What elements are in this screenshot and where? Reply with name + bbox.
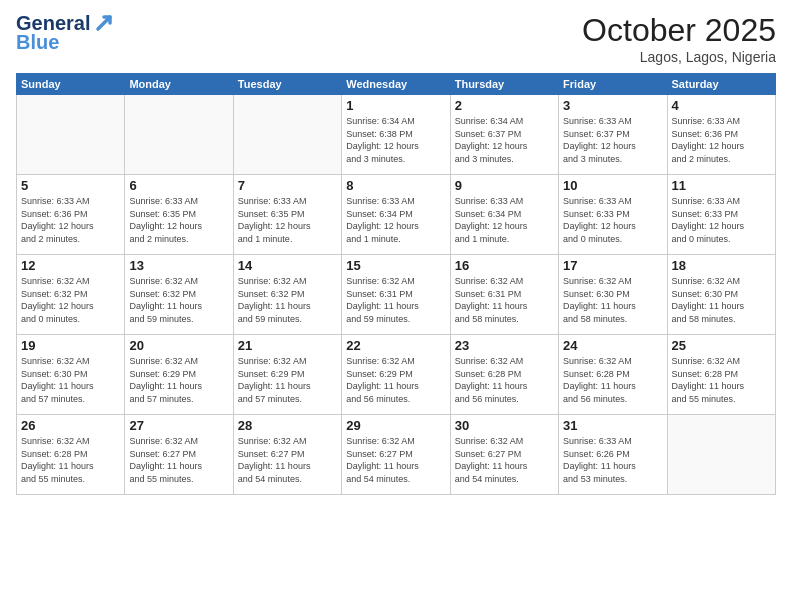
location-subtitle: Lagos, Lagos, Nigeria bbox=[582, 49, 776, 65]
calendar-cell: 25Sunrise: 6:32 AMSunset: 6:28 PMDayligh… bbox=[667, 335, 775, 415]
calendar-cell: 26Sunrise: 6:32 AMSunset: 6:28 PMDayligh… bbox=[17, 415, 125, 495]
calendar-cell: 20Sunrise: 6:32 AMSunset: 6:29 PMDayligh… bbox=[125, 335, 233, 415]
col-friday: Friday bbox=[559, 74, 667, 95]
calendar-cell: 24Sunrise: 6:32 AMSunset: 6:28 PMDayligh… bbox=[559, 335, 667, 415]
day-number: 17 bbox=[563, 258, 662, 273]
day-info: Sunrise: 6:32 AMSunset: 6:28 PMDaylight:… bbox=[21, 435, 120, 485]
calendar-cell: 17Sunrise: 6:32 AMSunset: 6:30 PMDayligh… bbox=[559, 255, 667, 335]
day-number: 28 bbox=[238, 418, 337, 433]
header: General Blue October 2025 Lagos, Lagos, … bbox=[16, 12, 776, 65]
col-monday: Monday bbox=[125, 74, 233, 95]
day-info: Sunrise: 6:32 AMSunset: 6:31 PMDaylight:… bbox=[346, 275, 445, 325]
day-number: 5 bbox=[21, 178, 120, 193]
day-info: Sunrise: 6:33 AMSunset: 6:34 PMDaylight:… bbox=[346, 195, 445, 245]
day-number: 13 bbox=[129, 258, 228, 273]
calendar-cell bbox=[125, 95, 233, 175]
day-info: Sunrise: 6:34 AMSunset: 6:38 PMDaylight:… bbox=[346, 115, 445, 165]
day-info: Sunrise: 6:32 AMSunset: 6:27 PMDaylight:… bbox=[129, 435, 228, 485]
calendar-week-3: 12Sunrise: 6:32 AMSunset: 6:32 PMDayligh… bbox=[17, 255, 776, 335]
calendar-cell bbox=[667, 415, 775, 495]
calendar-cell bbox=[17, 95, 125, 175]
calendar-cell: 16Sunrise: 6:32 AMSunset: 6:31 PMDayligh… bbox=[450, 255, 558, 335]
calendar-cell: 6Sunrise: 6:33 AMSunset: 6:35 PMDaylight… bbox=[125, 175, 233, 255]
day-info: Sunrise: 6:32 AMSunset: 6:27 PMDaylight:… bbox=[346, 435, 445, 485]
calendar-cell: 27Sunrise: 6:32 AMSunset: 6:27 PMDayligh… bbox=[125, 415, 233, 495]
calendar-cell: 22Sunrise: 6:32 AMSunset: 6:29 PMDayligh… bbox=[342, 335, 450, 415]
day-info: Sunrise: 6:33 AMSunset: 6:36 PMDaylight:… bbox=[672, 115, 771, 165]
day-number: 29 bbox=[346, 418, 445, 433]
day-info: Sunrise: 6:33 AMSunset: 6:37 PMDaylight:… bbox=[563, 115, 662, 165]
logo-icon bbox=[92, 11, 114, 33]
col-wednesday: Wednesday bbox=[342, 74, 450, 95]
calendar-cell: 5Sunrise: 6:33 AMSunset: 6:36 PMDaylight… bbox=[17, 175, 125, 255]
calendar-cell: 11Sunrise: 6:33 AMSunset: 6:33 PMDayligh… bbox=[667, 175, 775, 255]
calendar-table: Sunday Monday Tuesday Wednesday Thursday… bbox=[16, 73, 776, 495]
day-info: Sunrise: 6:32 AMSunset: 6:27 PMDaylight:… bbox=[455, 435, 554, 485]
day-info: Sunrise: 6:32 AMSunset: 6:28 PMDaylight:… bbox=[455, 355, 554, 405]
calendar-cell: 7Sunrise: 6:33 AMSunset: 6:35 PMDaylight… bbox=[233, 175, 341, 255]
day-number: 7 bbox=[238, 178, 337, 193]
day-info: Sunrise: 6:33 AMSunset: 6:33 PMDaylight:… bbox=[563, 195, 662, 245]
day-number: 3 bbox=[563, 98, 662, 113]
calendar-cell: 18Sunrise: 6:32 AMSunset: 6:30 PMDayligh… bbox=[667, 255, 775, 335]
calendar-cell bbox=[233, 95, 341, 175]
day-info: Sunrise: 6:32 AMSunset: 6:32 PMDaylight:… bbox=[129, 275, 228, 325]
col-sunday: Sunday bbox=[17, 74, 125, 95]
logo: General Blue bbox=[16, 12, 114, 54]
calendar-cell: 14Sunrise: 6:32 AMSunset: 6:32 PMDayligh… bbox=[233, 255, 341, 335]
day-number: 15 bbox=[346, 258, 445, 273]
day-info: Sunrise: 6:32 AMSunset: 6:28 PMDaylight:… bbox=[563, 355, 662, 405]
col-thursday: Thursday bbox=[450, 74, 558, 95]
day-info: Sunrise: 6:32 AMSunset: 6:30 PMDaylight:… bbox=[21, 355, 120, 405]
calendar-week-4: 19Sunrise: 6:32 AMSunset: 6:30 PMDayligh… bbox=[17, 335, 776, 415]
calendar-cell: 31Sunrise: 6:33 AMSunset: 6:26 PMDayligh… bbox=[559, 415, 667, 495]
day-info: Sunrise: 6:32 AMSunset: 6:29 PMDaylight:… bbox=[346, 355, 445, 405]
day-number: 25 bbox=[672, 338, 771, 353]
day-number: 30 bbox=[455, 418, 554, 433]
day-number: 24 bbox=[563, 338, 662, 353]
day-number: 23 bbox=[455, 338, 554, 353]
calendar-cell: 3Sunrise: 6:33 AMSunset: 6:37 PMDaylight… bbox=[559, 95, 667, 175]
day-info: Sunrise: 6:32 AMSunset: 6:30 PMDaylight:… bbox=[672, 275, 771, 325]
day-number: 19 bbox=[21, 338, 120, 353]
day-info: Sunrise: 6:33 AMSunset: 6:26 PMDaylight:… bbox=[563, 435, 662, 485]
day-number: 10 bbox=[563, 178, 662, 193]
day-number: 1 bbox=[346, 98, 445, 113]
day-number: 20 bbox=[129, 338, 228, 353]
calendar-header-row: Sunday Monday Tuesday Wednesday Thursday… bbox=[17, 74, 776, 95]
day-number: 4 bbox=[672, 98, 771, 113]
day-info: Sunrise: 6:34 AMSunset: 6:37 PMDaylight:… bbox=[455, 115, 554, 165]
day-info: Sunrise: 6:32 AMSunset: 6:32 PMDaylight:… bbox=[21, 275, 120, 325]
day-info: Sunrise: 6:33 AMSunset: 6:33 PMDaylight:… bbox=[672, 195, 771, 245]
day-info: Sunrise: 6:33 AMSunset: 6:35 PMDaylight:… bbox=[238, 195, 337, 245]
day-number: 27 bbox=[129, 418, 228, 433]
day-number: 18 bbox=[672, 258, 771, 273]
calendar-cell: 21Sunrise: 6:32 AMSunset: 6:29 PMDayligh… bbox=[233, 335, 341, 415]
title-block: October 2025 Lagos, Lagos, Nigeria bbox=[582, 12, 776, 65]
calendar-cell: 13Sunrise: 6:32 AMSunset: 6:32 PMDayligh… bbox=[125, 255, 233, 335]
day-info: Sunrise: 6:32 AMSunset: 6:30 PMDaylight:… bbox=[563, 275, 662, 325]
calendar-week-1: 1Sunrise: 6:34 AMSunset: 6:38 PMDaylight… bbox=[17, 95, 776, 175]
calendar-week-2: 5Sunrise: 6:33 AMSunset: 6:36 PMDaylight… bbox=[17, 175, 776, 255]
calendar-cell: 15Sunrise: 6:32 AMSunset: 6:31 PMDayligh… bbox=[342, 255, 450, 335]
calendar-cell: 8Sunrise: 6:33 AMSunset: 6:34 PMDaylight… bbox=[342, 175, 450, 255]
day-number: 8 bbox=[346, 178, 445, 193]
day-info: Sunrise: 6:33 AMSunset: 6:34 PMDaylight:… bbox=[455, 195, 554, 245]
day-info: Sunrise: 6:32 AMSunset: 6:28 PMDaylight:… bbox=[672, 355, 771, 405]
day-info: Sunrise: 6:32 AMSunset: 6:29 PMDaylight:… bbox=[129, 355, 228, 405]
day-number: 26 bbox=[21, 418, 120, 433]
day-number: 16 bbox=[455, 258, 554, 273]
day-number: 22 bbox=[346, 338, 445, 353]
calendar-cell: 2Sunrise: 6:34 AMSunset: 6:37 PMDaylight… bbox=[450, 95, 558, 175]
calendar-cell: 9Sunrise: 6:33 AMSunset: 6:34 PMDaylight… bbox=[450, 175, 558, 255]
day-info: Sunrise: 6:32 AMSunset: 6:29 PMDaylight:… bbox=[238, 355, 337, 405]
calendar-cell: 29Sunrise: 6:32 AMSunset: 6:27 PMDayligh… bbox=[342, 415, 450, 495]
calendar-cell: 1Sunrise: 6:34 AMSunset: 6:38 PMDaylight… bbox=[342, 95, 450, 175]
month-title: October 2025 bbox=[582, 12, 776, 49]
calendar-cell: 30Sunrise: 6:32 AMSunset: 6:27 PMDayligh… bbox=[450, 415, 558, 495]
day-number: 6 bbox=[129, 178, 228, 193]
day-info: Sunrise: 6:33 AMSunset: 6:36 PMDaylight:… bbox=[21, 195, 120, 245]
col-saturday: Saturday bbox=[667, 74, 775, 95]
calendar-week-5: 26Sunrise: 6:32 AMSunset: 6:28 PMDayligh… bbox=[17, 415, 776, 495]
calendar-cell: 12Sunrise: 6:32 AMSunset: 6:32 PMDayligh… bbox=[17, 255, 125, 335]
